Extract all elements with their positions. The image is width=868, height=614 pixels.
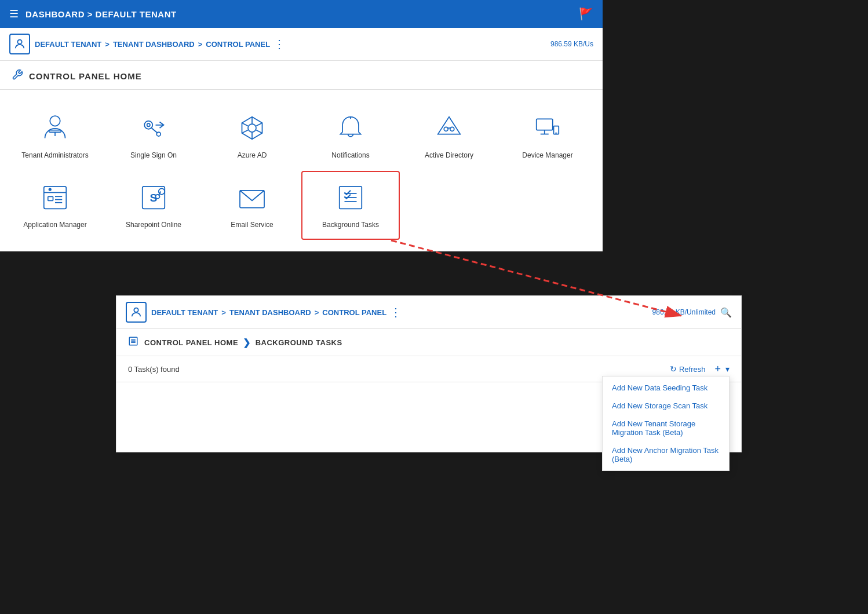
breadcrumb-panel[interactable]: CONTROL PANEL [206, 40, 270, 49]
svg-point-9 [248, 124, 256, 132]
sharepoint-online-label: Sharepoint Online [126, 221, 181, 230]
breadcrumb-bar: DEFAULT TENANT > TENANT DASHBOARD > CONT… [0, 28, 603, 61]
sidebar-item-device-manager[interactable]: Device Manager [498, 101, 597, 171]
svg-point-1 [50, 116, 60, 126]
sub-breadcrumb: CONTROL PANEL HOME ❯ BACKGROUND TASKS [144, 337, 342, 348]
svg-rect-28 [48, 196, 53, 200]
hamburger-icon[interactable]: ☰ [9, 8, 19, 20]
add-task-dropdown: Add New Data Seeding Task Add New Storag… [602, 376, 730, 471]
dropdown-item-1[interactable]: Add New Storage Scan Task [603, 397, 729, 415]
svg-marker-17 [438, 117, 461, 134]
device-manager-icon [531, 112, 564, 147]
sidebar-item-azure-ad[interactable]: Azure AD [203, 101, 301, 171]
bottom-breadcrumb: DEFAULT TENANT > TENANT DASHBOARD > CONT… [151, 305, 402, 319]
sidebar-item-tenant-administrators[interactable]: Tenant Administrators [6, 101, 104, 171]
add-task-button[interactable]: + [714, 363, 721, 375]
active-directory-label: Active Directory [425, 151, 473, 160]
sidebar-item-email-service[interactable]: Email Service [203, 171, 301, 240]
sub-home[interactable]: CONTROL PANEL HOME [144, 338, 238, 347]
email-service-icon [236, 181, 268, 216]
application-manager-icon [39, 181, 71, 216]
notifications-icon [334, 112, 367, 147]
bg-tasks-page-icon [128, 336, 138, 349]
svg-line-14 [256, 123, 262, 126]
background-tasks-label: Background Tasks [322, 221, 379, 230]
svg-point-29 [49, 188, 52, 191]
bottom-breadcrumb-panel[interactable]: CONTROL PANEL [322, 308, 386, 317]
bottom-sub-header: CONTROL PANEL HOME ❯ BACKGROUND TASKS [116, 329, 741, 356]
svg-point-5 [147, 123, 150, 126]
tasks-count: 0 Task(s) found [128, 365, 180, 374]
sharepoint-online-icon: S [137, 181, 170, 216]
dropdown-item-3[interactable]: Add New Anchor Migration Task (Beta) [603, 441, 729, 468]
svg-point-7 [156, 132, 161, 136]
application-manager-label: Application Manager [23, 221, 86, 230]
sub-page: BACKGROUND TASKS [256, 338, 342, 347]
header-title: DASHBOARD > DEFAULT TENANT [25, 9, 177, 19]
flag-icon: 🚩 [579, 7, 593, 21]
icon-grid: Tenant Administrators Single Sign On [0, 90, 603, 251]
svg-point-4 [144, 121, 152, 129]
sidebar-item-application-manager[interactable]: Application Manager [6, 171, 104, 240]
breadcrumb-dots[interactable]: ⋮ [273, 37, 286, 51]
breadcrumb-storage: 986.59 KB/Us [550, 40, 593, 48]
svg-rect-21 [537, 119, 553, 130]
refresh-icon: ↻ [670, 364, 677, 374]
top-header: ☰ DASHBOARD > DEFAULT TENANT 🚩 [0, 0, 603, 28]
sidebar-item-notifications[interactable]: Notifications [301, 101, 400, 171]
azure-ad-label: Azure AD [238, 151, 267, 160]
breadcrumb-sep2: > [198, 40, 203, 49]
svg-line-15 [242, 130, 249, 133]
breadcrumb-tenant[interactable]: DEFAULT TENANT [35, 40, 101, 49]
sidebar-item-sharepoint-online[interactable]: S Sharepoint Online [104, 171, 203, 240]
single-sign-on-label: Single Sign On [130, 151, 177, 160]
breadcrumb-sep1: > [105, 40, 110, 49]
sub-sep: ❯ [243, 337, 251, 348]
svg-point-45 [134, 308, 138, 312]
bottom-breadcrumb-dots[interactable]: ⋮ [390, 305, 402, 319]
single-sign-on-icon [137, 112, 170, 147]
notifications-label: Notifications [331, 151, 369, 160]
bottom-breadcrumb-dashboard[interactable]: TENANT DASHBOARD [229, 308, 311, 317]
top-panel: ☰ DASHBOARD > DEFAULT TENANT 🚩 DEFAULT T… [0, 0, 603, 251]
svg-line-13 [256, 130, 262, 133]
background-tasks-icon [334, 181, 367, 216]
search-icon[interactable]: 🔍 [720, 307, 732, 318]
svg-line-12 [242, 123, 249, 126]
bottom-header: DEFAULT TENANT > TENANT DASHBOARD > CONT… [116, 296, 741, 329]
bottom-panel: DEFAULT TENANT > TENANT DASHBOARD > CONT… [116, 295, 742, 452]
device-manager-label: Device Manager [522, 151, 572, 160]
email-service-label: Email Service [231, 221, 273, 230]
sidebar-item-single-sign-on[interactable]: Single Sign On [104, 101, 203, 171]
control-panel-title: CONTROL PANEL HOME [29, 71, 142, 81]
svg-rect-26 [44, 186, 67, 209]
svg-rect-2 [49, 130, 61, 133]
dropdown-toggle-button[interactable]: ▾ [725, 364, 730, 374]
bottom-breadcrumb-right: 986.59 KB/Unlimited 🔍 [652, 307, 732, 318]
refresh-button[interactable]: ↻ Refresh [665, 362, 710, 376]
tenant-administrators-label: Tenant Administrators [21, 151, 88, 160]
dropdown-item-2[interactable]: Add New Tenant Storage Migration Task (B… [603, 415, 729, 441]
avatar-icon [9, 34, 30, 54]
sidebar-item-active-directory[interactable]: Active Directory [400, 101, 498, 171]
bottom-avatar-icon [126, 302, 147, 323]
azure-ad-icon [236, 112, 268, 147]
active-directory-icon [433, 112, 465, 147]
breadcrumb: DEFAULT TENANT > TENANT DASHBOARD > CONT… [35, 37, 286, 51]
bottom-breadcrumb-tenant[interactable]: DEFAULT TENANT [151, 308, 218, 317]
svg-line-6 [152, 128, 158, 133]
toolbar-right: ↻ Refresh + ▾ Add New Data Seeding Task … [665, 362, 730, 376]
tenant-administrators-icon [39, 112, 71, 147]
tasks-toolbar: 0 Task(s) found ↻ Refresh + ▾ Add New Da… [116, 356, 741, 382]
svg-point-0 [17, 40, 21, 44]
dropdown-item-0[interactable]: Add New Data Seeding Task [603, 379, 729, 397]
wrench-icon [12, 69, 23, 83]
control-panel-header: CONTROL PANEL HOME [0, 61, 603, 90]
sidebar-item-background-tasks[interactable]: Background Tasks [301, 171, 400, 240]
breadcrumb-dashboard[interactable]: TENANT DASHBOARD [113, 40, 195, 49]
